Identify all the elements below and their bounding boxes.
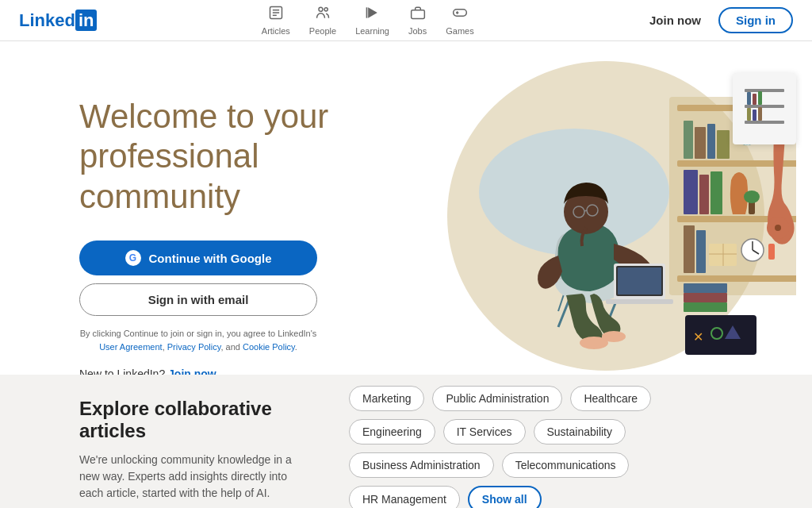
svg-rect-18 [695, 127, 706, 159]
svg-rect-68 [747, 92, 751, 105]
logo: Linkedin [19, 10, 97, 31]
hero-illustration: ✕ [368, 41, 812, 375]
explore-content: Explore collaborative articles We're unl… [79, 398, 301, 502]
tag-hr-management[interactable]: HR Management [349, 486, 460, 508]
shelves-icon [741, 81, 788, 137]
hero-section: Welcome to your professional community G… [0, 41, 812, 375]
jobs-icon [410, 5, 426, 25]
tags-row-4: HR Management Show all [349, 486, 733, 508]
svg-rect-70 [758, 91, 762, 105]
tag-sustainability[interactable]: Sustainability [534, 419, 626, 444]
svg-rect-71 [747, 108, 751, 121]
svg-rect-19 [707, 124, 715, 159]
tag-telecommunications[interactable]: Telecommunications [502, 452, 630, 478]
svg-point-52 [602, 331, 626, 342]
tags-row-1: Marketing Public Administration Healthca… [349, 386, 733, 411]
svg-rect-44 [768, 244, 775, 260]
cookie-policy-link[interactable]: Cookie Policy [243, 342, 295, 352]
svg-rect-56 [618, 267, 661, 294]
tags-row-2: Engineering IT Services Sustainability [349, 419, 733, 444]
svg-rect-16 [677, 275, 796, 282]
people-icon [315, 5, 331, 25]
svg-rect-36 [684, 225, 695, 273]
terms-text: By clicking Continue to join or sign in,… [79, 327, 317, 353]
svg-marker-6 [368, 7, 377, 17]
hero-content: Welcome to your professional community G… [79, 89, 396, 375]
svg-rect-45 [684, 283, 727, 293]
svg-rect-29 [699, 175, 709, 214]
svg-point-4 [319, 7, 323, 11]
nav-learning-label: Learning [355, 26, 389, 36]
privacy-policy-link[interactable]: Privacy Policy [167, 342, 221, 352]
svg-rect-47 [684, 302, 727, 312]
show-all-button[interactable]: Show all [468, 486, 542, 508]
tag-public-administration[interactable]: Public Administration [432, 386, 562, 411]
nav-games-label: Games [446, 26, 473, 36]
svg-rect-55 [606, 299, 673, 304]
header: Linkedin Articles People Learning Job [0, 0, 812, 41]
shelves-card [733, 73, 796, 144]
google-signin-button[interactable]: G Continue with Google [79, 241, 317, 275]
svg-rect-28 [684, 170, 698, 214]
join-now-link[interactable]: Join now [168, 368, 216, 375]
tags-area: Marketing Public Administration Healthca… [349, 386, 733, 508]
nav-people[interactable]: People [301, 2, 344, 39]
header-actions: Join now Sign in [638, 7, 793, 33]
logo-text: Linked [19, 10, 75, 30]
articles-icon [268, 5, 284, 25]
nav-people-label: People [309, 26, 336, 36]
svg-point-34 [775, 225, 781, 231]
hero-title: Welcome to your professional community [79, 97, 396, 217]
nav-jobs[interactable]: Jobs [400, 2, 435, 39]
games-icon [452, 5, 468, 25]
svg-rect-9 [454, 10, 467, 16]
user-agreement-link[interactable]: User Agreement [99, 342, 162, 352]
explore-title: Explore collaborative articles [79, 398, 301, 442]
tag-it-services[interactable]: IT Services [443, 419, 526, 444]
svg-rect-20 [717, 130, 730, 159]
nav-jobs-label: Jobs [408, 26, 427, 36]
svg-rect-72 [753, 110, 756, 121]
google-icon: G [125, 250, 141, 266]
svg-rect-46 [684, 293, 727, 302]
learning-icon [365, 5, 381, 25]
new-to-linkedin: New to LinkedIn? Join now [79, 368, 396, 375]
nav-games[interactable]: Games [438, 2, 481, 39]
svg-rect-17 [684, 121, 693, 159]
nav-learning[interactable]: Learning [347, 2, 397, 39]
email-signin-button[interactable]: Sign in with email [79, 283, 317, 316]
svg-point-5 [324, 8, 327, 11]
svg-rect-37 [696, 230, 706, 273]
logo-in: in [75, 10, 98, 31]
explore-section: Explore collaborative articles We're unl… [0, 375, 812, 508]
signin-button[interactable]: Sign in [718, 7, 793, 33]
tag-healthcare[interactable]: Healthcare [570, 386, 651, 411]
tag-business-administration[interactable]: Business Administration [349, 452, 494, 478]
tags-row-3: Business Administration Telecommunicatio… [349, 452, 733, 478]
svg-rect-30 [710, 171, 722, 214]
svg-rect-8 [411, 10, 424, 19]
svg-rect-65 [745, 89, 784, 92]
svg-rect-73 [758, 107, 762, 121]
nav-articles[interactable]: Articles [254, 2, 298, 39]
join-now-button[interactable]: Join now [638, 9, 712, 32]
svg-text:✕: ✕ [693, 330, 703, 344]
svg-rect-69 [753, 94, 756, 105]
main-nav: Articles People Learning Jobs Games [254, 2, 482, 39]
svg-rect-66 [745, 105, 784, 108]
svg-rect-7 [366, 7, 367, 17]
tag-engineering[interactable]: Engineering [349, 419, 435, 444]
svg-line-60 [584, 210, 587, 211]
svg-point-32 [744, 190, 760, 203]
explore-description: We're unlocking community knowledge in a… [79, 452, 301, 502]
tag-marketing[interactable]: Marketing [349, 386, 424, 411]
svg-rect-67 [745, 121, 784, 124]
nav-articles-label: Articles [262, 26, 290, 36]
